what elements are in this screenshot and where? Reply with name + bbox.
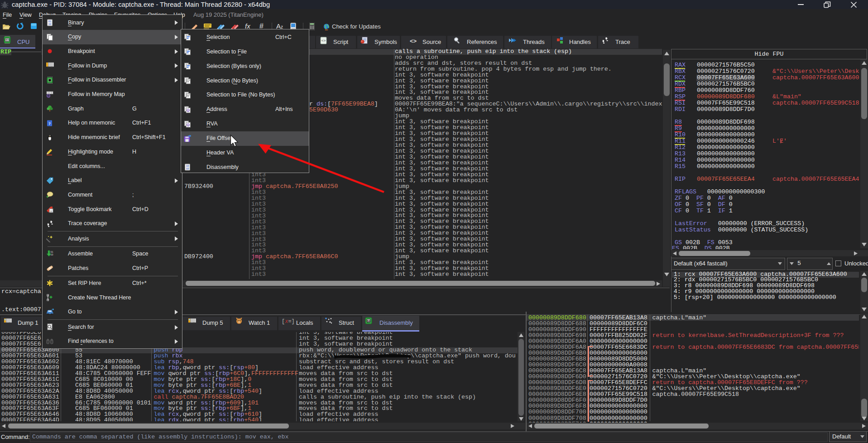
svg-text:64: 64: [6, 39, 9, 41]
svg-text:?: ?: [48, 121, 51, 125]
svg-text:10: 10: [48, 23, 52, 26]
svg-text:@: @: [47, 95, 50, 97]
svg-text:<>: <>: [321, 39, 326, 43]
svg-text:@: @: [187, 123, 190, 126]
svg-text:10: 10: [50, 254, 53, 256]
svg-text:@: @: [187, 109, 190, 111]
svg-text:64: 64: [367, 319, 370, 323]
svg-text:n: n: [50, 209, 52, 212]
svg-text:10: 10: [186, 167, 189, 170]
